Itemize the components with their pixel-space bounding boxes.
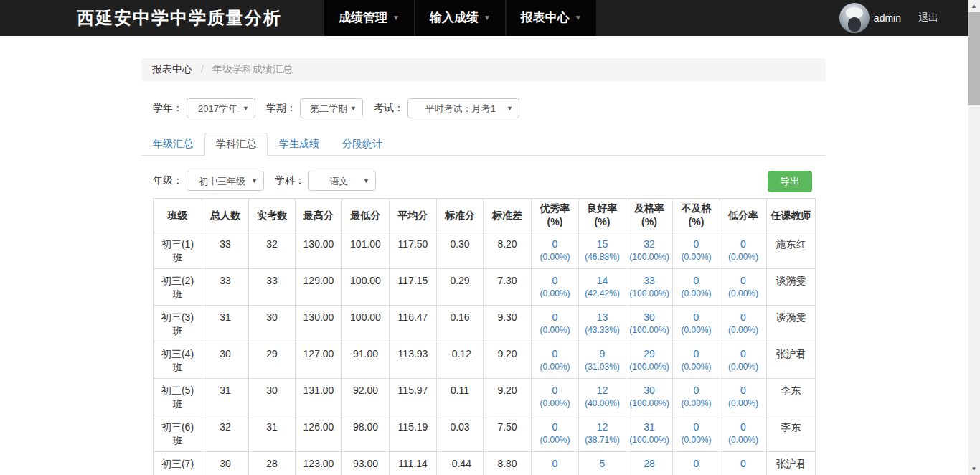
cell-max: 129.00: [296, 269, 342, 306]
cell-excellent-rate: 0(0.00%): [532, 415, 579, 452]
cell-avg: 117.15: [390, 269, 437, 306]
cell-total: 31: [202, 379, 249, 415]
subject-select[interactable]: 语文: [308, 171, 376, 191]
cell-low-rate: 0(0.00%): [720, 232, 767, 269]
score-summary-table: 班级 总人数 实考数 最高分 最低分 平均分 标准分 标准差 优秀率 (%) 良…: [153, 198, 816, 475]
scrollbar-thumb[interactable]: [968, 12, 980, 105]
cell-total: 33: [202, 269, 249, 306]
cell-fail-rate: 0(0.00%): [673, 232, 720, 269]
cell-std-dev: 8.20: [484, 232, 532, 269]
grade-select[interactable]: 初中三年级: [187, 171, 264, 191]
cell-excellent-rate: 0(0.00%): [532, 232, 579, 269]
cell-low-rate: 0: [720, 452, 767, 475]
cell-pass-rate: 33(100.00%): [626, 269, 673, 306]
cell-min: 100.00: [342, 269, 390, 306]
cell-std-dev: 9.20: [484, 379, 532, 415]
cell-actual: 29: [249, 342, 296, 379]
tab-subject-summary[interactable]: 学科汇总: [204, 133, 268, 156]
cell-fail-rate: 0(0.00%): [673, 379, 720, 415]
column-header: 最高分: [296, 199, 342, 232]
cell-total: 32: [202, 415, 249, 452]
cell-fail-rate: 0(0.00%): [673, 415, 720, 452]
cell-max: 126.00: [296, 415, 342, 452]
column-header: 平均分: [390, 199, 437, 232]
cell-actual: 30: [249, 379, 296, 415]
cell-std-dev: 7.50: [484, 415, 532, 452]
cell-total: 33: [202, 232, 249, 269]
cell-low-rate: 0(0.00%): [720, 415, 767, 452]
menu-input-scores[interactable]: 输入成绩▼: [415, 0, 505, 36]
tab-segment-statistics[interactable]: 分段统计: [331, 133, 394, 156]
cell-std-score: -0.12: [437, 342, 484, 379]
table-row: 初三(4)班 30 29 127.00 91.00 113.93 -0.12 9…: [154, 342, 816, 379]
logout-button[interactable]: 退出: [918, 11, 938, 24]
breadcrumb-separator: /: [201, 63, 204, 75]
cell-min: 100.00: [342, 306, 390, 342]
exam-select[interactable]: 平时考试：月考1: [407, 98, 519, 118]
filter-row-grade-subject: 年级： 初中三年级 ▼ 学科： 语文 ▼ 导出: [153, 171, 826, 191]
tab-grade-summary[interactable]: 年级汇总: [141, 133, 204, 156]
year-select[interactable]: 2017学年: [187, 98, 255, 118]
table-body: 初三(1)班 33 32 130.00 101.00 117.50 0.30 8…: [154, 232, 816, 475]
cell-std-score: 0.30: [437, 232, 484, 269]
navbar: 西延安中学中学质量分析 成绩管理▼ 输入成绩▼ 报表中心▼ admin 退出: [0, 0, 968, 36]
cell-actual: 33: [249, 269, 296, 306]
cell-teacher: 李东: [767, 415, 816, 452]
cell-class: 初三(7): [154, 452, 202, 475]
column-header: 总人数: [202, 199, 249, 232]
cell-teacher: 李东: [767, 379, 816, 415]
column-header: 实考数: [249, 199, 296, 232]
table-header-row: 班级 总人数 实考数 最高分 最低分 平均分 标准分 标准差 优秀率 (%) 良…: [154, 199, 816, 232]
cell-good-rate: 5: [579, 452, 626, 475]
cell-excellent-rate: 0: [532, 452, 579, 475]
cell-max: 123.00: [296, 452, 342, 475]
menu-label: 成绩管理: [339, 11, 387, 24]
scroll-down-icon[interactable]: ▼: [968, 463, 980, 475]
cell-excellent-rate: 0(0.00%): [532, 379, 579, 415]
cell-std-score: 0.16: [437, 306, 484, 342]
cell-fail-rate: 0(0.00%): [673, 342, 720, 379]
cell-total: 30: [202, 452, 249, 475]
cell-avg: 111.14: [390, 452, 437, 475]
column-header: 标准差: [484, 199, 532, 232]
menu-label: 报表中心: [521, 11, 570, 24]
cell-min: 91.00: [342, 342, 390, 379]
cell-teacher: 谈漪雯: [767, 306, 816, 342]
tab-student-scores[interactable]: 学生成绩: [268, 133, 331, 156]
column-header: 低分率: [720, 199, 767, 232]
column-header: 标准分: [437, 199, 484, 232]
breadcrumb: 报表中心 / 年级学科成绩汇总: [141, 58, 826, 81]
breadcrumb-report-center[interactable]: 报表中心: [152, 63, 192, 75]
cell-fail-rate: 0: [673, 452, 720, 475]
cell-total: 31: [202, 306, 249, 342]
navbar-user-area: admin 退出: [839, 0, 938, 36]
cell-teacher: 施东红: [767, 232, 816, 269]
cell-actual: 32: [249, 232, 296, 269]
chevron-down-icon: ▼: [484, 14, 491, 22]
cell-class: 初三(5)班: [154, 379, 202, 415]
table-row: 初三(7) 30 28 123.00 93.00 111.14 -0.44 8.…: [154, 452, 816, 475]
cell-excellent-rate: 0(0.00%): [532, 269, 579, 306]
cell-class: 初三(1)班: [154, 232, 202, 269]
cell-low-rate: 0(0.00%): [720, 269, 767, 306]
cell-avg: 115.19: [390, 415, 437, 452]
app-title: 西延安中学中学质量分析: [77, 0, 282, 36]
cell-low-rate: 0(0.00%): [720, 342, 767, 379]
scroll-up-icon[interactable]: ▲: [968, 0, 980, 12]
subject-label: 学科：: [275, 174, 305, 187]
cell-class: 初三(6)班: [154, 415, 202, 452]
column-header: 任课教师: [767, 199, 816, 232]
table-row: 初三(6)班 32 31 126.00 98.00 115.19 0.03 7.…: [154, 415, 816, 452]
export-button[interactable]: 导出: [768, 171, 812, 192]
report-tabs: 年级汇总 学科汇总 学生成绩 分段统计: [141, 133, 826, 156]
vertical-scrollbar[interactable]: ▲ ▼: [968, 0, 980, 475]
menu-score-management[interactable]: 成绩管理▼: [324, 0, 414, 36]
cell-teacher: 谈漪雯: [767, 269, 816, 306]
cell-std-dev: 9.20: [484, 342, 532, 379]
cell-total: 30: [202, 342, 249, 379]
cell-pass-rate: 29(100.00%): [626, 342, 673, 379]
term-select[interactable]: 第二学期: [300, 98, 363, 118]
cell-excellent-rate: 0(0.00%): [532, 306, 579, 342]
cell-class: 初三(3)班: [154, 306, 202, 342]
menu-report-center[interactable]: 报表中心▼: [507, 0, 596, 36]
